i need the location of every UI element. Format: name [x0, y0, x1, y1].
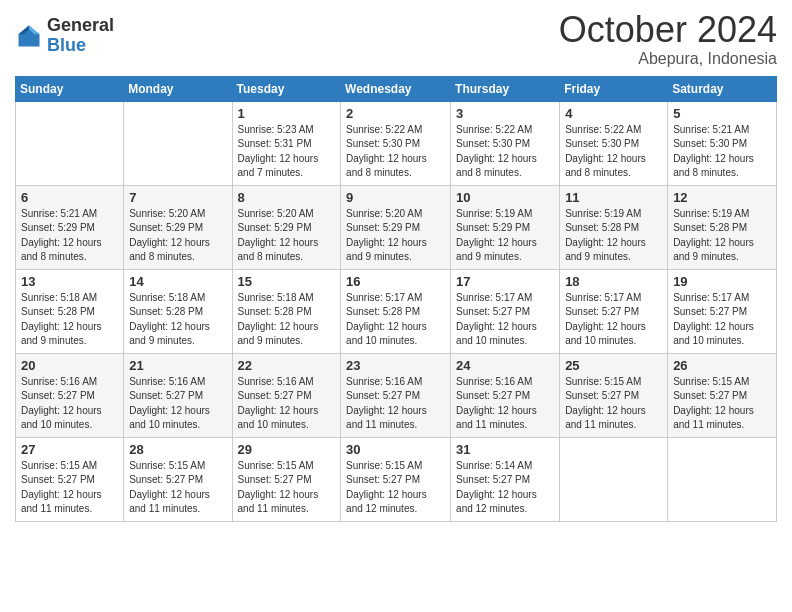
table-row: 27Sunrise: 5:15 AMSunset: 5:27 PMDayligh…	[16, 437, 124, 521]
table-row: 20Sunrise: 5:16 AMSunset: 5:27 PMDayligh…	[16, 353, 124, 437]
cell-info: Sunrise: 5:15 AMSunset: 5:27 PMDaylight:…	[129, 459, 226, 517]
cell-info: Sunrise: 5:14 AMSunset: 5:27 PMDaylight:…	[456, 459, 554, 517]
cell-info: Sunrise: 5:16 AMSunset: 5:27 PMDaylight:…	[346, 375, 445, 433]
table-row: 12Sunrise: 5:19 AMSunset: 5:28 PMDayligh…	[668, 185, 777, 269]
day-number: 19	[673, 274, 771, 289]
table-row: 16Sunrise: 5:17 AMSunset: 5:28 PMDayligh…	[341, 269, 451, 353]
cell-info: Sunrise: 5:17 AMSunset: 5:28 PMDaylight:…	[346, 291, 445, 349]
day-number: 30	[346, 442, 445, 457]
day-number: 14	[129, 274, 226, 289]
logo-icon	[15, 22, 43, 50]
table-row: 28Sunrise: 5:15 AMSunset: 5:27 PMDayligh…	[124, 437, 232, 521]
cell-info: Sunrise: 5:21 AMSunset: 5:29 PMDaylight:…	[21, 207, 118, 265]
cell-info: Sunrise: 5:17 AMSunset: 5:27 PMDaylight:…	[565, 291, 662, 349]
day-number: 6	[21, 190, 118, 205]
cell-info: Sunrise: 5:15 AMSunset: 5:27 PMDaylight:…	[21, 459, 118, 517]
table-row	[16, 101, 124, 185]
table-row: 24Sunrise: 5:16 AMSunset: 5:27 PMDayligh…	[451, 353, 560, 437]
cell-info: Sunrise: 5:16 AMSunset: 5:27 PMDaylight:…	[238, 375, 336, 433]
cell-info: Sunrise: 5:18 AMSunset: 5:28 PMDaylight:…	[238, 291, 336, 349]
col-wednesday: Wednesday	[341, 76, 451, 101]
cell-info: Sunrise: 5:18 AMSunset: 5:28 PMDaylight:…	[129, 291, 226, 349]
logo-text: General Blue	[47, 16, 114, 56]
table-row: 10Sunrise: 5:19 AMSunset: 5:29 PMDayligh…	[451, 185, 560, 269]
col-sunday: Sunday	[16, 76, 124, 101]
cell-info: Sunrise: 5:15 AMSunset: 5:27 PMDaylight:…	[565, 375, 662, 433]
table-row: 14Sunrise: 5:18 AMSunset: 5:28 PMDayligh…	[124, 269, 232, 353]
logo-blue-text: Blue	[47, 36, 114, 56]
cell-info: Sunrise: 5:19 AMSunset: 5:28 PMDaylight:…	[565, 207, 662, 265]
table-row: 17Sunrise: 5:17 AMSunset: 5:27 PMDayligh…	[451, 269, 560, 353]
table-row: 2Sunrise: 5:22 AMSunset: 5:30 PMDaylight…	[341, 101, 451, 185]
day-number: 28	[129, 442, 226, 457]
table-row	[668, 437, 777, 521]
title-section: October 2024 Abepura, Indonesia	[559, 10, 777, 68]
day-number: 12	[673, 190, 771, 205]
day-number: 4	[565, 106, 662, 121]
month-title: October 2024	[559, 10, 777, 50]
table-row: 7Sunrise: 5:20 AMSunset: 5:29 PMDaylight…	[124, 185, 232, 269]
cell-info: Sunrise: 5:20 AMSunset: 5:29 PMDaylight:…	[129, 207, 226, 265]
col-tuesday: Tuesday	[232, 76, 341, 101]
table-row: 5Sunrise: 5:21 AMSunset: 5:30 PMDaylight…	[668, 101, 777, 185]
cell-info: Sunrise: 5:19 AMSunset: 5:29 PMDaylight:…	[456, 207, 554, 265]
cell-info: Sunrise: 5:21 AMSunset: 5:30 PMDaylight:…	[673, 123, 771, 181]
day-number: 26	[673, 358, 771, 373]
cell-info: Sunrise: 5:22 AMSunset: 5:30 PMDaylight:…	[565, 123, 662, 181]
table-row: 1Sunrise: 5:23 AMSunset: 5:31 PMDaylight…	[232, 101, 341, 185]
day-number: 2	[346, 106, 445, 121]
day-number: 23	[346, 358, 445, 373]
calendar-week-row: 27Sunrise: 5:15 AMSunset: 5:27 PMDayligh…	[16, 437, 777, 521]
col-friday: Friday	[560, 76, 668, 101]
day-number: 25	[565, 358, 662, 373]
day-number: 13	[21, 274, 118, 289]
day-number: 31	[456, 442, 554, 457]
day-number: 5	[673, 106, 771, 121]
day-number: 11	[565, 190, 662, 205]
day-number: 18	[565, 274, 662, 289]
calendar-week-row: 13Sunrise: 5:18 AMSunset: 5:28 PMDayligh…	[16, 269, 777, 353]
table-row	[124, 101, 232, 185]
day-number: 1	[238, 106, 336, 121]
table-row: 22Sunrise: 5:16 AMSunset: 5:27 PMDayligh…	[232, 353, 341, 437]
cell-info: Sunrise: 5:16 AMSunset: 5:27 PMDaylight:…	[21, 375, 118, 433]
day-number: 21	[129, 358, 226, 373]
table-row: 30Sunrise: 5:15 AMSunset: 5:27 PMDayligh…	[341, 437, 451, 521]
cell-info: Sunrise: 5:22 AMSunset: 5:30 PMDaylight:…	[346, 123, 445, 181]
day-number: 29	[238, 442, 336, 457]
table-row: 4Sunrise: 5:22 AMSunset: 5:30 PMDaylight…	[560, 101, 668, 185]
table-row	[560, 437, 668, 521]
col-monday: Monday	[124, 76, 232, 101]
cell-info: Sunrise: 5:17 AMSunset: 5:27 PMDaylight:…	[456, 291, 554, 349]
cell-info: Sunrise: 5:22 AMSunset: 5:30 PMDaylight:…	[456, 123, 554, 181]
table-row: 3Sunrise: 5:22 AMSunset: 5:30 PMDaylight…	[451, 101, 560, 185]
page: General Blue October 2024 Abepura, Indon…	[0, 0, 792, 612]
day-number: 27	[21, 442, 118, 457]
table-row: 23Sunrise: 5:16 AMSunset: 5:27 PMDayligh…	[341, 353, 451, 437]
cell-info: Sunrise: 5:20 AMSunset: 5:29 PMDaylight:…	[346, 207, 445, 265]
day-number: 22	[238, 358, 336, 373]
table-row: 11Sunrise: 5:19 AMSunset: 5:28 PMDayligh…	[560, 185, 668, 269]
calendar-table: Sunday Monday Tuesday Wednesday Thursday…	[15, 76, 777, 522]
table-row: 29Sunrise: 5:15 AMSunset: 5:27 PMDayligh…	[232, 437, 341, 521]
table-row: 21Sunrise: 5:16 AMSunset: 5:27 PMDayligh…	[124, 353, 232, 437]
calendar-week-row: 1Sunrise: 5:23 AMSunset: 5:31 PMDaylight…	[16, 101, 777, 185]
table-row: 9Sunrise: 5:20 AMSunset: 5:29 PMDaylight…	[341, 185, 451, 269]
calendar-week-row: 6Sunrise: 5:21 AMSunset: 5:29 PMDaylight…	[16, 185, 777, 269]
table-row: 6Sunrise: 5:21 AMSunset: 5:29 PMDaylight…	[16, 185, 124, 269]
cell-info: Sunrise: 5:15 AMSunset: 5:27 PMDaylight:…	[238, 459, 336, 517]
calendar-week-row: 20Sunrise: 5:16 AMSunset: 5:27 PMDayligh…	[16, 353, 777, 437]
location: Abepura, Indonesia	[559, 50, 777, 68]
day-number: 20	[21, 358, 118, 373]
day-number: 15	[238, 274, 336, 289]
day-number: 10	[456, 190, 554, 205]
cell-info: Sunrise: 5:18 AMSunset: 5:28 PMDaylight:…	[21, 291, 118, 349]
cell-info: Sunrise: 5:20 AMSunset: 5:29 PMDaylight:…	[238, 207, 336, 265]
day-number: 7	[129, 190, 226, 205]
table-row: 18Sunrise: 5:17 AMSunset: 5:27 PMDayligh…	[560, 269, 668, 353]
cell-info: Sunrise: 5:19 AMSunset: 5:28 PMDaylight:…	[673, 207, 771, 265]
day-number: 8	[238, 190, 336, 205]
cell-info: Sunrise: 5:16 AMSunset: 5:27 PMDaylight:…	[456, 375, 554, 433]
cell-info: Sunrise: 5:23 AMSunset: 5:31 PMDaylight:…	[238, 123, 336, 181]
col-saturday: Saturday	[668, 76, 777, 101]
